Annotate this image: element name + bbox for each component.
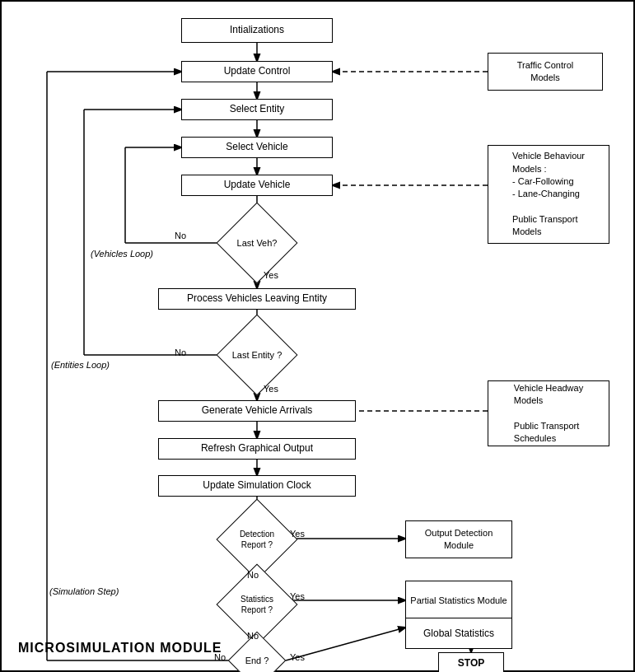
label-vehicles-loop: (Vehicles Loop) [91, 249, 153, 259]
box-partial-stats: Partial Statistics Module [405, 581, 512, 622]
box-select-vehicle: Select Vehicle [181, 137, 333, 158]
box-vehicle-behaviour: Vehicle Behaviour Models : - Car-Followi… [488, 145, 609, 244]
box-stop: STOP [438, 652, 504, 672]
box-generate-arrivals: Generate Vehicle Arrivals [158, 400, 356, 422]
label-yes-last-veh: Yes [264, 270, 278, 280]
label-yes-last-entity: Yes [264, 384, 278, 394]
box-traffic-control: Traffic Control Models [488, 53, 603, 91]
label-no-detection: No [247, 570, 259, 580]
diagram-container: Intializations Update Control Select Ent… [0, 0, 635, 672]
diamond-statistics-report: Statistics Report ? [228, 576, 286, 633]
box-initializations: Intializations [181, 18, 333, 43]
label-simulation-step: (Simulation Step) [49, 586, 119, 596]
label-yes-detection: Yes [290, 529, 305, 539]
diamond-last-entity: Last Entity ? [228, 326, 286, 384]
box-output-detection: Output Detection Module [405, 520, 512, 558]
box-vehicle-headway: Vehicle Headway Models Public Transport … [488, 380, 609, 446]
box-update-clock: Update Simulation Clock [158, 475, 356, 497]
box-global-stats: Global Statistics [405, 618, 512, 649]
box-update-control: Update Control [181, 61, 333, 82]
box-update-vehicle: Update Vehicle [181, 175, 333, 196]
box-refresh-output: Refresh Graphical Output [158, 438, 356, 460]
diamond-last-veh: Last Veh? [228, 214, 286, 272]
diamond-end: End ? [228, 640, 286, 672]
label-no-last-veh: No [175, 231, 186, 240]
label-entities-loop: (Entities Loop) [51, 360, 110, 370]
title: MICROSIMULATION MODULE [18, 641, 222, 656]
diamond-detection-report: Detection Report ? [228, 511, 286, 568]
label-yes-stats: Yes [290, 591, 305, 601]
box-select-entity: Select Entity [181, 99, 333, 120]
label-no-last-entity: No [175, 348, 186, 357]
label-yes-end: Yes [290, 652, 305, 662]
box-process-vehicles: Process Vehicles Leaving Entity [158, 288, 356, 310]
label-no-stats: No [247, 631, 259, 641]
